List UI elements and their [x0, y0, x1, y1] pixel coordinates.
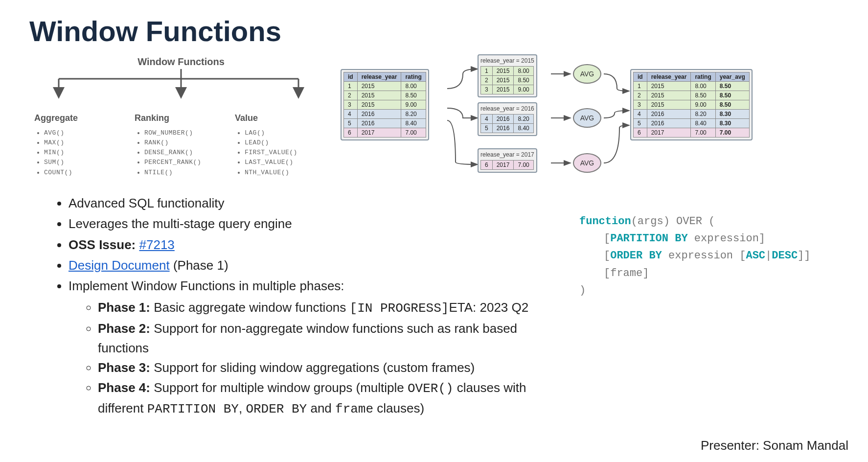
- hierarchy-item: LEAD(): [245, 138, 328, 148]
- hierarchy-item: LAG(): [245, 128, 328, 138]
- phase-3: Phase 3: Support for sliding window aggr…: [98, 358, 565, 377]
- hierarchy-item: DENSE_RANK(): [144, 148, 228, 158]
- hierarchy-item: SUM(): [44, 158, 127, 167]
- avg-node-2015: AVG: [573, 64, 601, 84]
- input-table: idrelease_yearrating120158.00220158.5032…: [341, 69, 429, 140]
- phase-3-label: Phase 3:: [98, 360, 150, 375]
- hierarchy-item: RANK(): [144, 138, 228, 148]
- phases-intro: Implement Window Functions in multiple p…: [69, 278, 344, 293]
- hierarchy-item: LAST_VALUE(): [245, 158, 328, 167]
- hierarchy-item: COUNT(): [44, 168, 127, 178]
- hierarchy-aggregate: Aggregate AVG()MAX()MIN()SUM()COUNT(): [34, 113, 127, 178]
- partition-2015: release_year = 2015 120158.00220158.5032…: [478, 54, 537, 97]
- syntax-close: ): [579, 282, 839, 299]
- hierarchy-ranking: Ranking ROW_NUMBER()RANK()DENSE_RANK()PE…: [135, 113, 228, 178]
- phase-4-over: OVER(): [408, 381, 454, 396]
- phase-4-frame: frame: [335, 402, 373, 416]
- hierarchy-value: Value LAG()LEAD()FIRST_VALUE()LAST_VALUE…: [235, 113, 328, 178]
- syntax-partition-kw: PARTITION BY: [610, 232, 687, 245]
- phase-4-text-c: and: [307, 401, 335, 416]
- hierarchy-item: NTILE(): [144, 168, 228, 178]
- hierarchy-item: MIN(): [44, 148, 127, 158]
- syntax-l3d: |: [765, 250, 772, 262]
- syntax-l3b: expression [: [662, 250, 746, 262]
- phase-2-text: Support for non-aggregate window functio…: [98, 321, 517, 355]
- syntax-function-kw: function: [579, 215, 631, 228]
- hierarchy-arrows-svg: [29, 69, 333, 113]
- design-doc-link[interactable]: Design Document: [69, 258, 170, 273]
- partition-2017: release_year = 2017 620177.00: [478, 148, 537, 173]
- oss-issue-link[interactable]: #7213: [139, 237, 175, 252]
- syntax-asc-kw: ASC: [746, 250, 765, 262]
- avg-node-2016: AVG: [573, 108, 601, 128]
- hierarchy-item: PERCENT_RANK(): [144, 158, 228, 167]
- phase-4-label: Phase 4:: [98, 380, 150, 395]
- syntax-desc-kw: DESC: [772, 250, 798, 262]
- phase-1-text: Basic aggregate window functions: [150, 300, 346, 315]
- bullet-5: Implement Window Functions in multiple p…: [69, 276, 565, 419]
- hierarchy-item: ROW_NUMBER(): [144, 128, 228, 138]
- phase-4-order: ORDER BY: [246, 402, 307, 416]
- phase-2-label: Phase 2:: [98, 321, 150, 336]
- presenter-label: Presenter: Sonam Mandal: [701, 438, 848, 453]
- syntax-l3f: ]]: [798, 250, 810, 262]
- bullet-3: OSS Issue: #7213: [69, 235, 565, 254]
- phase-1: Phase 1: Basic aggregate window function…: [98, 298, 565, 318]
- syntax-block: function(args) OVER ( [PARTITION BY expr…: [579, 193, 839, 420]
- partition-2016: release_year = 2016 420168.20520168.40: [478, 102, 537, 136]
- hierarchy-heading: Window Functions: [29, 56, 333, 68]
- page-title: Window Functions: [29, 15, 839, 47]
- partition-2015-title: release_year = 2015: [480, 57, 534, 64]
- bullet-4: Design Document (Phase 1): [69, 255, 565, 275]
- phase-4-sep1: ,: [239, 401, 246, 416]
- aggregate-label: Aggregate: [34, 113, 127, 123]
- hierarchy-item: AVG(): [44, 128, 127, 138]
- syntax-frame: [frame]: [579, 265, 839, 282]
- bullet-2: Leverages the multi-stage query engine: [69, 214, 565, 233]
- oss-issue-label: OSS Issue:: [69, 237, 139, 252]
- phase-4-text-a: Support for multiple window groups (mult…: [150, 380, 408, 395]
- hierarchy-item: FIRST_VALUE(): [245, 148, 328, 158]
- phase-1-status: [IN PROGRESS]: [350, 301, 449, 316]
- phase-1-eta: ETA: 2023 Q2: [449, 300, 528, 315]
- phase-4: Phase 4: Support for multiple window gro…: [98, 378, 565, 419]
- bullet-1: Advanced SQL functionality: [69, 193, 565, 213]
- syntax-order-kw: ORDER BY: [610, 250, 662, 262]
- phase-2: Phase 2: Support for non-aggregate windo…: [98, 319, 565, 358]
- partition-2017-title: release_year = 2017: [480, 151, 534, 158]
- partition-2016-title: release_year = 2016: [480, 105, 534, 112]
- avg-node-2017: AVG: [573, 153, 601, 173]
- output-table: idrelease_yearratingyear_avg120158.008.5…: [630, 69, 753, 140]
- value-label: Value: [235, 113, 328, 123]
- data-flow-diagram: idrelease_yearrating120158.00220158.5032…: [341, 54, 839, 182]
- phase-1-label: Phase 1:: [98, 300, 150, 315]
- hierarchy-item: NTH_VALUE(): [245, 168, 328, 178]
- hierarchy-diagram: Window Functions Aggregate AVG()MAX()MIN…: [29, 54, 333, 182]
- design-doc-suffix: (Phase 1): [173, 258, 228, 273]
- syntax-l1b: (args) OVER (: [631, 215, 715, 228]
- hierarchy-item: MAX(): [44, 138, 127, 148]
- phase-4-partition: PARTITION BY: [147, 402, 239, 416]
- syntax-l2b: expression]: [688, 232, 765, 245]
- ranking-label: Ranking: [135, 113, 228, 123]
- bullet-list: Advanced SQL functionality Leverages the…: [29, 193, 565, 420]
- phase-3-text: Support for sliding window aggregations …: [150, 360, 475, 375]
- phase-4-text-d: clauses): [373, 401, 424, 416]
